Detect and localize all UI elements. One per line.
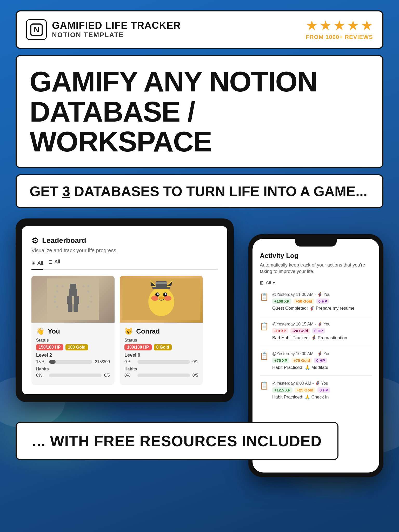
habits-count-you: 0/5 [104,373,110,378]
svg-point-17 [54,301,56,303]
profile-card-conrad: 😺 Conrad Status 100/100 HP 0 Gold Level … [120,276,203,385]
habits-pct-you: 0% [36,373,46,378]
activity-icon-1: 📋 [260,292,269,311]
activity-item-3: 📋 @Yesterday 10:00 AM - 🦸 You +75 XP +75… [260,351,372,376]
activity-xp-3: +75 XP [272,358,289,363]
xp-bar-conrad [137,360,190,364]
svg-point-33 [151,296,158,301]
habits-pct-conrad: 0% [124,373,135,378]
svg-point-10 [62,285,64,287]
star-2: ★ [320,19,332,32]
stars-row: ★ ★ ★ ★ ★ [306,19,373,32]
activity-stats-3: +75 XP +75 Gold 0 HP [272,358,372,363]
star-4: ★ [347,19,359,32]
svg-text:N: N [34,25,39,34]
sub-headline: GET 3 DATABASES TO TURN LIFE INTO A GAME… [30,183,369,199]
card-name-you: 👋 You [36,327,110,335]
svg-rect-4 [69,289,77,296]
svg-point-18 [90,301,92,303]
card-name-conrad: 😺 Conrad [124,327,198,335]
habits-label-you: Habits [36,367,110,371]
activity-meta-3: @Yesterday 10:00 AM - 🦸 You [272,351,372,356]
activity-gold-3: +75 Gold [291,358,312,363]
card-image-conrad [120,276,203,323]
profile-cards-row: 👋 You Status 150/100 HP 100 Gold Level 2 [31,276,218,385]
activity-item-2: 📋 @Yesterday 10:15 AM - 🦸 You -10 XP -20… [260,322,372,346]
activity-gold-4: +25 Gold [295,387,315,393]
svg-rect-37 [156,282,167,284]
xp-bar-you [49,360,92,364]
sub-headline-box: GET 3 DATABASES TO TURN LIFE INTO A GAME… [16,174,383,208]
view-tabs: ⊞ All ⊟ All [31,259,218,270]
header-left: N GAMIFIED LIFE TRACKER NOTION TEMPLATE [26,19,181,40]
svg-point-20 [88,306,90,308]
svg-rect-7 [68,304,72,312]
activity-meta-4: @Yesterday 9:00 AM - 🦸 You [272,381,372,386]
leaderboard-title: Leaderboard [42,236,86,245]
level-conrad: Level 0 [124,353,198,358]
product-subtitle: NOTION TEMPLATE [52,31,181,39]
tab-table-all[interactable]: ⊟ All [48,259,60,267]
leaderboard-header: ⚙ Leaderboard [31,236,218,245]
stat-row-conrad: 100/100 HP 0 Gold [124,344,198,350]
activity-stats-1: +100 XP +50 Gold 0 HP [272,298,372,304]
svg-rect-36 [156,281,167,288]
activity-meta-2: @Yesterday 10:15 AM - 🦸 You [272,322,372,327]
habits-row-you: 0% 0/5 [36,373,110,378]
card-body-conrad: 😺 Conrad Status 100/100 HP 0 Gold Level … [120,323,203,385]
status-label-conrad: Status [124,338,198,343]
tablet-device-wrap: ⚙ Leaderboard Visualize and track your l… [16,218,234,402]
activity-stats-2: -10 XP -20 Gold 0 HP [272,328,372,334]
activity-icon-2: 📋 [260,322,269,341]
filter-grid-icon: ⊞ [260,280,264,286]
hp-badge-conrad: 100/100 HP [124,344,152,350]
tab-table-label: All [54,259,60,265]
activity-text-2: Bad Habit Tracked: 🦸 Procrastination [272,335,372,341]
xp-label-you: 215/300 [95,360,110,364]
svg-rect-3 [70,284,76,289]
activity-content-1: @Yesterday 11:00 AM - 🦸 You +100 XP +50 … [272,292,372,311]
main-headline: GAMIFY ANY NOTION DATABASE / WORKSPACE [30,66,369,157]
activity-item-1: 📋 @Yesterday 11:00 AM - 🦸 You +100 XP +5… [260,292,372,316]
reviews-count: FROM 1000+ REVIEWS [306,34,373,41]
card-emoji-conrad: 😺 [124,327,133,335]
xp-pct-conrad: 0% [124,360,135,364]
svg-point-28 [159,296,164,300]
activity-text-1: Quest Completed: 🦸 Prepare my resume [272,305,372,311]
level-you: Level 2 [36,353,110,358]
activity-hp-2: 0 HP [312,328,325,334]
svg-point-14 [88,290,90,292]
bottom-banner-text: ... WITH FREE RESOURCES INCLUDED [32,432,322,450]
sub-headline-suffix: DATABASES TO TURN LIFE INTO A GAME... [70,183,367,199]
sub-headline-prefix: GET [30,183,62,199]
activity-xp-2: -10 XP [272,328,288,334]
tab-gallery-all[interactable]: ⊞ All [31,259,43,270]
tablet-device: ⚙ Leaderboard Visualize and track your l… [16,218,234,402]
tab-table-icon: ⊟ [48,259,53,265]
activity-text-3: Habit Practiced: 🙏 Meditate [272,365,372,370]
stat-row-you: 150/100 HP 100 Gold [36,344,110,350]
star-5: ★ [361,19,373,32]
card-image-you [31,276,115,323]
activity-item-4: 📋 @Yesterday 9:00 AM - 🦸 You +12.5 XP +2… [260,381,372,405]
svg-point-15 [54,296,56,298]
svg-point-26 [157,293,159,295]
xp-fill-you [49,360,56,364]
activity-log-desc: Automatically keep track of your actions… [260,262,372,275]
activity-user-4: You [321,381,328,385]
activity-content-2: @Yesterday 10:15 AM - 🦸 You -10 XP -20 G… [272,322,372,341]
header-box: N GAMIFIED LIFE TRACKER NOTION TEMPLATE … [16,10,383,49]
profile-card-you: 👋 You Status 150/100 HP 100 Gold Level 2 [31,276,115,385]
svg-point-9 [56,285,58,287]
filter-row[interactable]: ⊞ All ▾ [260,280,372,286]
activity-user-1: You [323,292,330,297]
tablet-screen: ⚙ Leaderboard Visualize and track your l… [22,226,227,394]
activity-hp-3: 0 HP [314,358,327,363]
xp-row-conrad: 0% 0/1 [124,360,198,364]
habits-bar-you [49,374,102,377]
activity-user-2: You [323,322,330,326]
filter-chevron-icon: ▾ [273,281,275,285]
star-1: ★ [306,19,318,32]
activity-xp-1: +100 XP [272,298,291,304]
svg-point-12 [88,285,90,287]
